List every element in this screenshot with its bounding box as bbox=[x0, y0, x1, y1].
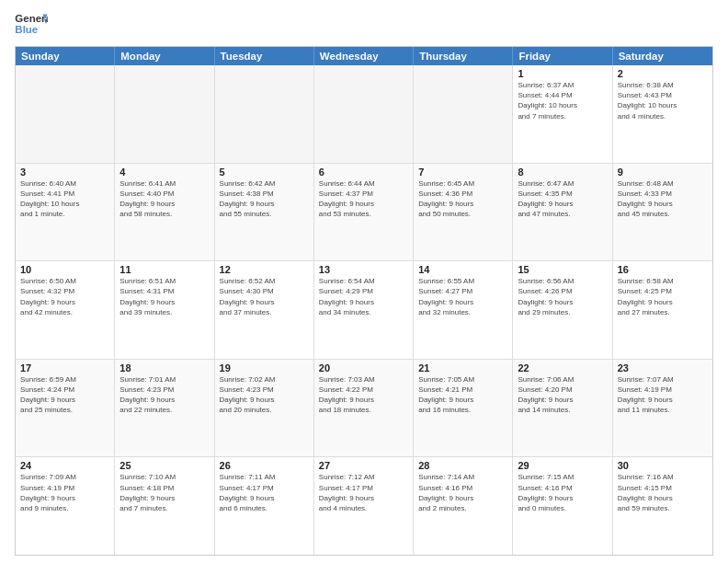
calendar-cell-25: 25Sunrise: 7:10 AM Sunset: 4:18 PM Dayli… bbox=[115, 457, 214, 555]
day-number: 15 bbox=[518, 264, 607, 275]
day-info: Sunrise: 6:52 AM Sunset: 4:30 PM Dayligh… bbox=[220, 276, 309, 317]
day-number: 20 bbox=[319, 362, 408, 373]
calendar-row-3: 17Sunrise: 6:59 AM Sunset: 4:24 PM Dayli… bbox=[16, 360, 712, 458]
day-number: 4 bbox=[119, 167, 209, 178]
calendar-cell-empty-1 bbox=[115, 65, 214, 163]
calendar-cell-15: 15Sunrise: 6:56 AM Sunset: 4:26 PM Dayli… bbox=[513, 261, 612, 359]
calendar-cell-empty-3 bbox=[314, 65, 414, 163]
day-info: Sunrise: 7:14 AM Sunset: 4:16 PM Dayligh… bbox=[418, 472, 507, 513]
calendar-cell-20: 20Sunrise: 7:03 AM Sunset: 4:22 PM Dayli… bbox=[314, 360, 414, 457]
svg-text:General: General bbox=[15, 13, 48, 24]
day-number: 26 bbox=[220, 460, 309, 471]
day-info: Sunrise: 6:45 AM Sunset: 4:36 PM Dayligh… bbox=[418, 178, 507, 220]
day-info: Sunrise: 7:15 AM Sunset: 4:16 PM Dayligh… bbox=[518, 472, 607, 513]
calendar-cell-29: 29Sunrise: 7:15 AM Sunset: 4:16 PM Dayli… bbox=[513, 457, 612, 555]
day-info: Sunrise: 6:55 AM Sunset: 4:27 PM Dayligh… bbox=[418, 276, 507, 317]
calendar-cell-6: 6Sunrise: 6:44 AM Sunset: 4:37 PM Daylig… bbox=[314, 164, 414, 261]
calendar-cell-22: 22Sunrise: 7:06 AM Sunset: 4:20 PM Dayli… bbox=[513, 360, 612, 457]
svg-text:Blue: Blue bbox=[15, 24, 38, 35]
calendar-cell-5: 5Sunrise: 6:42 AM Sunset: 4:38 PM Daylig… bbox=[215, 164, 314, 261]
calendar-cell-24: 24Sunrise: 7:09 AM Sunset: 4:19 PM Dayli… bbox=[16, 457, 115, 555]
day-info: Sunrise: 7:05 AM Sunset: 4:21 PM Dayligh… bbox=[418, 374, 507, 416]
day-number: 12 bbox=[220, 264, 309, 275]
calendar-row-4: 24Sunrise: 7:09 AM Sunset: 4:19 PM Dayli… bbox=[16, 457, 712, 555]
day-info: Sunrise: 7:16 AM Sunset: 4:15 PM Dayligh… bbox=[618, 472, 708, 513]
day-number: 10 bbox=[20, 264, 109, 275]
day-info: Sunrise: 6:40 AM Sunset: 4:41 PM Dayligh… bbox=[20, 178, 109, 220]
day-info: Sunrise: 7:07 AM Sunset: 4:19 PM Dayligh… bbox=[618, 374, 708, 416]
day-number: 27 bbox=[319, 460, 408, 471]
calendar-cell-16: 16Sunrise: 6:58 AM Sunset: 4:25 PM Dayli… bbox=[613, 261, 712, 359]
calendar-cell-18: 18Sunrise: 7:01 AM Sunset: 4:23 PM Dayli… bbox=[115, 360, 214, 457]
day-info: Sunrise: 7:12 AM Sunset: 4:17 PM Dayligh… bbox=[319, 472, 408, 513]
day-number: 24 bbox=[20, 460, 109, 471]
calendar-cell-8: 8Sunrise: 6:47 AM Sunset: 4:35 PM Daylig… bbox=[513, 164, 612, 261]
calendar-cell-13: 13Sunrise: 6:54 AM Sunset: 4:29 PM Dayli… bbox=[314, 261, 414, 359]
calendar-cell-empty-2 bbox=[215, 65, 314, 163]
day-number: 3 bbox=[20, 167, 109, 178]
calendar-cell-10: 10Sunrise: 6:50 AM Sunset: 4:32 PM Dayli… bbox=[16, 261, 115, 359]
header-cell-monday: Monday bbox=[115, 47, 214, 65]
day-number: 2 bbox=[618, 68, 708, 79]
day-info: Sunrise: 6:47 AM Sunset: 4:35 PM Dayligh… bbox=[518, 178, 607, 220]
day-number: 22 bbox=[518, 362, 607, 373]
calendar-body: 1Sunrise: 6:37 AM Sunset: 4:44 PM Daylig… bbox=[16, 65, 712, 555]
day-number: 14 bbox=[418, 264, 507, 275]
header-cell-sunday: Sunday bbox=[16, 47, 115, 65]
logo: General Blue bbox=[15, 11, 48, 39]
day-number: 28 bbox=[418, 460, 507, 471]
calendar-cell-3: 3Sunrise: 6:40 AM Sunset: 4:41 PM Daylig… bbox=[16, 164, 115, 261]
header-cell-wednesday: Wednesday bbox=[314, 47, 414, 65]
day-info: Sunrise: 6:51 AM Sunset: 4:31 PM Dayligh… bbox=[119, 276, 209, 317]
calendar-cell-empty-0 bbox=[16, 65, 115, 163]
calendar-cell-empty-4 bbox=[414, 65, 513, 163]
day-info: Sunrise: 7:01 AM Sunset: 4:23 PM Dayligh… bbox=[119, 374, 209, 416]
day-info: Sunrise: 6:38 AM Sunset: 4:43 PM Dayligh… bbox=[618, 80, 708, 121]
day-info: Sunrise: 7:09 AM Sunset: 4:19 PM Dayligh… bbox=[20, 472, 109, 513]
header-cell-tuesday: Tuesday bbox=[215, 47, 314, 65]
day-info: Sunrise: 6:44 AM Sunset: 4:37 PM Dayligh… bbox=[319, 178, 408, 220]
day-info: Sunrise: 7:10 AM Sunset: 4:18 PM Dayligh… bbox=[119, 472, 209, 513]
day-number: 9 bbox=[618, 167, 708, 178]
day-info: Sunrise: 7:06 AM Sunset: 4:20 PM Dayligh… bbox=[518, 374, 607, 416]
day-info: Sunrise: 6:50 AM Sunset: 4:32 PM Dayligh… bbox=[20, 276, 109, 317]
day-number: 18 bbox=[119, 362, 209, 373]
day-number: 6 bbox=[319, 167, 408, 178]
day-number: 8 bbox=[518, 167, 607, 178]
calendar-cell-30: 30Sunrise: 7:16 AM Sunset: 4:15 PM Dayli… bbox=[613, 457, 712, 555]
day-number: 21 bbox=[418, 362, 507, 373]
calendar-cell-23: 23Sunrise: 7:07 AM Sunset: 4:19 PM Dayli… bbox=[613, 360, 712, 457]
calendar-cell-12: 12Sunrise: 6:52 AM Sunset: 4:30 PM Dayli… bbox=[215, 261, 314, 359]
day-info: Sunrise: 6:58 AM Sunset: 4:25 PM Dayligh… bbox=[618, 276, 708, 317]
calendar-row-2: 10Sunrise: 6:50 AM Sunset: 4:32 PM Dayli… bbox=[16, 261, 712, 360]
calendar-cell-27: 27Sunrise: 7:12 AM Sunset: 4:17 PM Dayli… bbox=[314, 457, 414, 555]
calendar-cell-1: 1Sunrise: 6:37 AM Sunset: 4:44 PM Daylig… bbox=[513, 65, 612, 163]
day-number: 11 bbox=[119, 264, 209, 275]
day-info: Sunrise: 6:37 AM Sunset: 4:44 PM Dayligh… bbox=[518, 80, 607, 121]
day-info: Sunrise: 6:41 AM Sunset: 4:40 PM Dayligh… bbox=[119, 178, 209, 220]
calendar-cell-11: 11Sunrise: 6:51 AM Sunset: 4:31 PM Dayli… bbox=[115, 261, 214, 359]
calendar-cell-17: 17Sunrise: 6:59 AM Sunset: 4:24 PM Dayli… bbox=[16, 360, 115, 457]
day-info: Sunrise: 7:03 AM Sunset: 4:22 PM Dayligh… bbox=[319, 374, 408, 416]
day-number: 25 bbox=[119, 460, 209, 471]
day-number: 16 bbox=[618, 264, 708, 275]
calendar-row-0: 1Sunrise: 6:37 AM Sunset: 4:44 PM Daylig… bbox=[16, 65, 712, 164]
header: General Blue bbox=[15, 11, 713, 39]
calendar-cell-7: 7Sunrise: 6:45 AM Sunset: 4:36 PM Daylig… bbox=[414, 164, 513, 261]
calendar-cell-2: 2Sunrise: 6:38 AM Sunset: 4:43 PM Daylig… bbox=[613, 65, 712, 163]
day-info: Sunrise: 6:42 AM Sunset: 4:38 PM Dayligh… bbox=[220, 178, 309, 220]
day-number: 29 bbox=[518, 460, 607, 471]
calendar-cell-28: 28Sunrise: 7:14 AM Sunset: 4:16 PM Dayli… bbox=[414, 457, 513, 555]
calendar-cell-21: 21Sunrise: 7:05 AM Sunset: 4:21 PM Dayli… bbox=[414, 360, 513, 457]
header-cell-thursday: Thursday bbox=[414, 47, 513, 65]
calendar-cell-9: 9Sunrise: 6:48 AM Sunset: 4:33 PM Daylig… bbox=[613, 164, 712, 261]
day-number: 7 bbox=[418, 167, 507, 178]
day-info: Sunrise: 6:56 AM Sunset: 4:26 PM Dayligh… bbox=[518, 276, 607, 317]
day-number: 19 bbox=[220, 362, 309, 373]
day-number: 1 bbox=[518, 68, 607, 79]
day-info: Sunrise: 6:48 AM Sunset: 4:33 PM Dayligh… bbox=[618, 178, 708, 220]
day-info: Sunrise: 6:54 AM Sunset: 4:29 PM Dayligh… bbox=[319, 276, 408, 317]
calendar-row-1: 3Sunrise: 6:40 AM Sunset: 4:41 PM Daylig… bbox=[16, 164, 712, 262]
calendar-cell-4: 4Sunrise: 6:41 AM Sunset: 4:40 PM Daylig… bbox=[115, 164, 214, 261]
calendar: SundayMondayTuesdayWednesdayThursdayFrid… bbox=[15, 46, 713, 556]
